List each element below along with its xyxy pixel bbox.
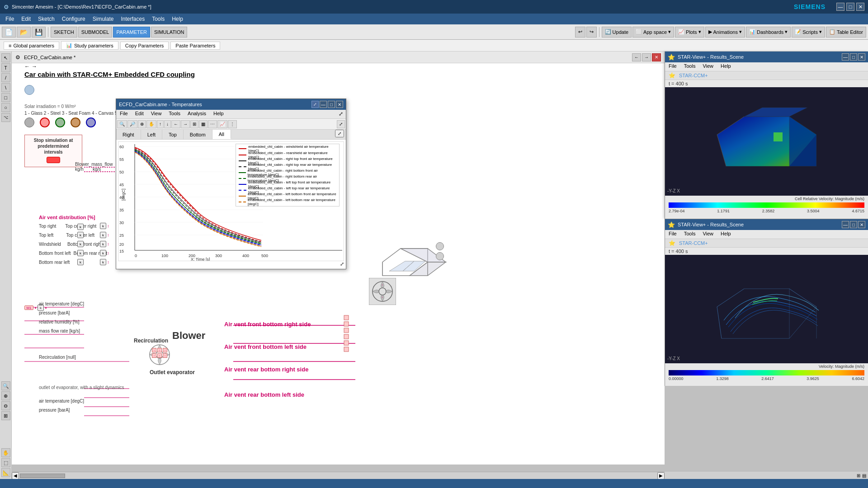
scroll-thumb[interactable] [20, 474, 65, 478]
star-top-min[interactable]: — [842, 53, 849, 61]
status-icon-2[interactable]: ▤ [862, 473, 866, 478]
table-editor-btn[interactable]: 📋 Table Editor [826, 27, 866, 38]
sbm-help[interactable]: Help [717, 230, 735, 239]
pt-zoom3[interactable]: ⊕ [138, 120, 146, 128]
status-icon-1[interactable]: ⊞ [857, 473, 860, 478]
nav-copy-params[interactable]: Copy Parameters [120, 42, 169, 50]
plot-close-btn[interactable]: ✕ [336, 101, 343, 108]
pt-fit[interactable]: ⊞ [190, 120, 198, 128]
plot-corner-btn[interactable]: ⤢ [118, 261, 344, 267]
plot-minimize-btn[interactable]: — [320, 101, 327, 108]
breadcrumb-fwd[interactable]: → [32, 63, 37, 70]
menu-interfaces[interactable]: Interfaces [117, 15, 148, 23]
menu-file[interactable]: File [2, 15, 18, 23]
pt-zoom[interactable]: 🔍 [117, 120, 127, 128]
tab-sketch[interactable]: SKETCH [51, 27, 77, 38]
pt-arrow4[interactable]: → [181, 120, 190, 128]
stm-tools[interactable]: Tools [680, 62, 699, 71]
lt-measure[interactable]: 📐 [1, 468, 10, 477]
save-btn[interactable]: 💾 [32, 27, 46, 38]
pt-expand-tab[interactable]: ⤢ [335, 130, 344, 137]
sbm-view[interactable]: View [699, 230, 717, 239]
pm-file[interactable]: File [116, 110, 132, 118]
pt-zoom2[interactable]: 🔎 [127, 120, 137, 128]
appspace-btn[interactable]: ⬜ App space ▾ [632, 27, 674, 38]
pt-line[interactable]: 📈 [217, 120, 227, 128]
menu-help[interactable]: Help [168, 15, 187, 23]
minimize-btn[interactable]: — [836, 3, 844, 11]
stm-help[interactable]: Help [717, 62, 735, 71]
pt-pan[interactable]: ✋ [146, 120, 156, 128]
plot-maximize-btn[interactable]: □ [328, 101, 335, 108]
pm-tools[interactable]: Tools [165, 110, 184, 118]
new-btn[interactable]: 📄 [2, 27, 16, 38]
lt-rect[interactable]: □ [1, 93, 10, 102]
tab-simulation[interactable]: SIMULATION [151, 27, 187, 38]
lt-search[interactable]: 🔍 [1, 381, 10, 390]
menu-edit[interactable]: Edit [18, 15, 34, 23]
stm-file[interactable]: File [665, 62, 680, 71]
plot-expand-btn[interactable]: ⤢ [311, 101, 319, 108]
pm-help[interactable]: Help [210, 110, 227, 118]
star-bot-max[interactable]: □ [850, 221, 857, 228]
sbm-file[interactable]: File [665, 230, 680, 239]
scroll-left-btn[interactable]: ◀ [12, 472, 19, 479]
lt-line2[interactable]: \ [1, 83, 10, 92]
diagram-close[interactable]: ✕ [652, 53, 661, 61]
sbm-tools[interactable]: Tools [680, 230, 699, 239]
lt-layers[interactable]: ⬚ [1, 458, 10, 467]
pt-more[interactable]: ⋮ [228, 120, 237, 128]
pt-all[interactable]: All [212, 130, 231, 139]
lt-line1[interactable]: / [1, 73, 10, 82]
diagram-nav-fwd[interactable]: → [642, 53, 651, 61]
lt-zoomin[interactable]: ⊕ [1, 391, 10, 400]
menu-tools[interactable]: Tools [148, 15, 168, 23]
scroll-right-btn[interactable]: ▶ [657, 472, 665, 479]
scripts-btn[interactable]: 📝 Scripts ▾ [792, 27, 825, 38]
pt-bottom[interactable]: Bottom [184, 130, 212, 139]
lt-fit[interactable]: ⊞ [1, 411, 10, 420]
lt-text[interactable]: T [1, 63, 10, 72]
plots-btn[interactable]: 📈 Plots ▾ [675, 27, 704, 38]
lt-pan[interactable]: ✋ [1, 448, 10, 457]
nav-study-params[interactable]: 📊 Study parameters [61, 41, 118, 50]
lt-circle[interactable]: ○ [1, 103, 10, 112]
undo-btn[interactable]: ↩ [575, 27, 585, 38]
lt-arrow[interactable]: ↖ [1, 53, 10, 62]
pt-expand-full[interactable]: ⤢ [337, 120, 345, 128]
pm-edit[interactable]: Edit [132, 110, 147, 118]
star-top-max[interactable]: □ [850, 53, 857, 61]
star-bot-min[interactable]: — [842, 221, 849, 228]
lt-zoomout[interactable]: ⊖ [1, 401, 10, 410]
pt-arrow[interactable]: ↑ [157, 120, 164, 128]
pm-analysis[interactable]: Analysis [184, 110, 210, 118]
h-scrollbar[interactable]: ◀ ▶ [12, 472, 665, 479]
pt-bar[interactable]: ▦ [199, 120, 208, 128]
tab-submodel[interactable]: SUBMODEL [78, 27, 113, 38]
menu-configure[interactable]: Configure [58, 15, 89, 23]
stm-view[interactable]: View [699, 62, 717, 71]
menu-simulate[interactable]: Simulate [89, 15, 118, 23]
pm-view[interactable]: View [147, 110, 165, 118]
redo-btn[interactable]: ↪ [586, 27, 597, 38]
nav-global-params[interactable]: ≡ Global parameters [4, 42, 59, 50]
tab-parameter[interactable]: PARAMETER [113, 27, 150, 38]
menu-sketch[interactable]: Sketch [34, 15, 58, 23]
nav-paste-params[interactable]: Paste Parameters [170, 42, 220, 50]
pm-expand[interactable]: ⤢ [336, 110, 346, 118]
close-btn[interactable]: ✕ [856, 3, 864, 11]
pt-right[interactable]: Right [116, 130, 141, 139]
pt-left[interactable]: Left [141, 130, 162, 139]
update-btn[interactable]: 🔄 Update [602, 27, 632, 38]
pt-scatter[interactable]: ⋯ [208, 120, 217, 128]
lt-multi[interactable]: ⌥ [1, 113, 10, 122]
animations-btn[interactable]: ▶ Animations ▾ [705, 27, 745, 38]
star-top-close[interactable]: ✕ [858, 53, 865, 61]
pt-arrow2[interactable]: ↓ [164, 120, 171, 128]
open-btn[interactable]: 📂 [17, 27, 31, 38]
star-bot-close[interactable]: ✕ [858, 221, 865, 228]
diagram-nav-back[interactable]: ← [632, 53, 641, 61]
pt-top[interactable]: Top [162, 130, 184, 139]
pt-arrow3[interactable]: ← [171, 120, 180, 128]
breadcrumb-back[interactable]: ← [24, 63, 30, 70]
